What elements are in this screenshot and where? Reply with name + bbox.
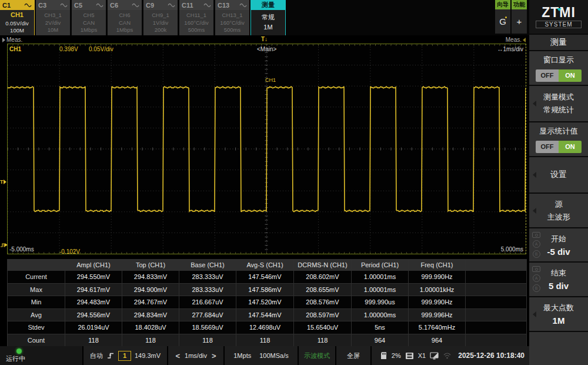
start-panel[interactable]: A B 开始 -5 div (529, 228, 588, 261)
tab-line3: 200k (143, 26, 178, 34)
sidebar-menu: ZTMI SYSTEM 测量 窗口显示 OFF ON 测量模式 常规统计 显示统… (529, 0, 588, 365)
meas-tag-right[interactable]: Meas. (506, 36, 526, 43)
trigger-source-badge[interactable]: 1 (118, 351, 131, 361)
table-header-cell: Base (CH1) (179, 260, 236, 271)
table-row-label: Count (8, 334, 65, 347)
window-display-toggle: OFF ON (536, 69, 582, 82)
ch-label: CH1 (9, 46, 21, 52)
toggle-on-button[interactable]: ON (559, 69, 582, 82)
table-cell (466, 321, 527, 334)
measure-mode-panel[interactable]: 测量模式 常规统计 (529, 86, 588, 121)
channel-tab-c13[interactable]: C13 CH13_1160°C/div500ms (215, 0, 249, 35)
ch1-ground-marker[interactable] (0, 241, 8, 248)
chevron-left-icon (533, 172, 536, 178)
trigger-level-marker[interactable]: T (0, 179, 6, 185)
tab-line3: 500ms (215, 26, 249, 34)
status-bar: 运行中 自动 1 149.3mV < 1ms/div > 1Mpts 100MS… (0, 346, 529, 365)
max-points-panel[interactable]: 最大点数 1M (529, 297, 588, 331)
fullscreen-button[interactable]: 全屏 (336, 346, 370, 365)
channel-tab-c11[interactable]: C11 CH11_1160°C/div500ms (179, 0, 213, 35)
table-cell: 15.6540uV (294, 321, 352, 334)
triangle-left-icon (523, 38, 526, 42)
table-row-label: Min (8, 296, 65, 309)
timebase-decrease-button[interactable]: < (175, 352, 180, 360)
table-cell: 5ns (352, 321, 409, 334)
table-row-label: Avg (8, 309, 65, 322)
channel-tab-c5[interactable]: C5 CH5CAN1Mbps (72, 0, 106, 35)
disk-icon[interactable] (405, 352, 414, 360)
settings-panel[interactable]: 设置 (529, 157, 588, 193)
table-cell: 294.556mV (65, 309, 122, 322)
trigger-level-value: 149.3mV (135, 352, 161, 359)
storage-percent: 2% (392, 352, 401, 359)
toggle-off-button[interactable]: OFF (536, 141, 559, 153)
tab-line2: 0.05V/div (0, 20, 34, 27)
channel-tab-c3[interactable]: C3 CH3_12V/div10M (36, 0, 70, 35)
chevron-left-icon (533, 208, 536, 214)
channel-tab-c1[interactable]: C1 CH10.05V/div100M (0, 0, 34, 35)
tab-line1: CH1 (0, 11, 34, 19)
tab-id: 测量 (262, 1, 275, 9)
table-cell: 283.333uV (179, 271, 236, 284)
table-cell: 147.546mV (236, 271, 294, 284)
window-display-label: 窗口显示 (543, 55, 574, 65)
top-right-buttons: 向导 G 功能 + (495, 0, 529, 34)
table-cell: 277.684uV (179, 309, 236, 322)
measure-tab[interactable]: 测量 常规1M (251, 0, 285, 35)
timebase-control: < 1ms/div > (168, 346, 223, 365)
run-state-indicator[interactable]: 运行中 (0, 346, 82, 365)
table-cell (466, 284, 527, 297)
plot-region: Meas. T↓ Meas. CH1 0.398V 0.05V/div <Mai… (0, 35, 529, 259)
show-stats-label: 显示统计值 (540, 126, 578, 137)
meas-tag-left[interactable]: Meas. (2, 36, 22, 43)
table-header-cell: Ampl (CH1) (65, 260, 122, 271)
tab-line3: 1Mbps (108, 26, 142, 34)
table-cell: 294.483mV (65, 296, 122, 309)
sd-card-icon[interactable] (380, 351, 387, 360)
show-stats-panel[interactable]: 显示统计值 OFF ON (529, 122, 588, 156)
tab-line2: CAN (72, 19, 106, 26)
measure-mode-value: 常规统计 (543, 105, 574, 115)
timebase-value[interactable]: 1ms/div (185, 352, 207, 359)
channel-tab-c6[interactable]: C6 CH6CAN1Mbps (108, 0, 142, 35)
table-cell: 964 (352, 334, 409, 347)
tab-id: C1 (2, 2, 11, 9)
table-cell (466, 334, 527, 347)
channel-tab-c9[interactable]: C9 CH9_11V/div200k (143, 0, 178, 35)
zoom-factor[interactable]: X1 (418, 352, 426, 359)
sample-rate-value: 100MSa/s (259, 352, 289, 359)
trigger-mode-label[interactable]: 自动 (90, 351, 103, 360)
table-cell (466, 271, 527, 284)
logo-subtitle: SYSTEM (536, 21, 581, 28)
function-button[interactable]: 功能 + (512, 0, 527, 34)
source-panel[interactable]: 源 主波形 (529, 194, 588, 227)
toggle-off-button[interactable]: OFF (536, 69, 559, 82)
start-value: -5 div (547, 247, 570, 257)
end-panel[interactable]: A B 结束 5 div (529, 263, 588, 296)
scope-mode-button[interactable]: 示波模式 (299, 346, 335, 365)
function-label: 功能 (512, 0, 527, 9)
display-icon[interactable] (430, 352, 439, 360)
toggle-on-button[interactable]: ON (559, 141, 582, 153)
table-cell: 118 (122, 334, 179, 347)
waveform-icon (168, 3, 175, 8)
table-cell: 999.996Hz (409, 309, 466, 322)
wizard-button[interactable]: 向导 G (495, 0, 510, 34)
table-cell: 294.617mV (65, 284, 122, 297)
tab-line3: 10M (36, 26, 70, 34)
waveform-display[interactable]: CH1 0.398V 0.05V/div <Main> ↔1ms/div -5.… (7, 44, 526, 254)
timebase-increase-button[interactable]: > (212, 352, 216, 360)
acquisition-status: 1Mpts 100MSa/s (225, 346, 298, 365)
trigger-status[interactable]: 自动 1 149.3mV (83, 346, 167, 365)
trigger-position-marker[interactable]: T↓ (261, 36, 268, 42)
tab-line1: CH13_1 (215, 12, 249, 19)
table-cell: 294.767mV (122, 296, 179, 309)
source-value: 主波形 (547, 212, 570, 223)
knob-icon-group: A B (532, 266, 540, 292)
datetime-display: 2025-12-26 10:18:40 (458, 351, 524, 360)
table-cell: 294.550mV (65, 271, 122, 284)
table-cell: 208.576mV (294, 296, 352, 309)
measure-mode-label: 测量模式 (543, 92, 574, 102)
window-display-panel[interactable]: 窗口显示 OFF ON (529, 51, 588, 85)
system-tray: 2% X1 2025-12-26 10:18:40 (372, 346, 529, 365)
